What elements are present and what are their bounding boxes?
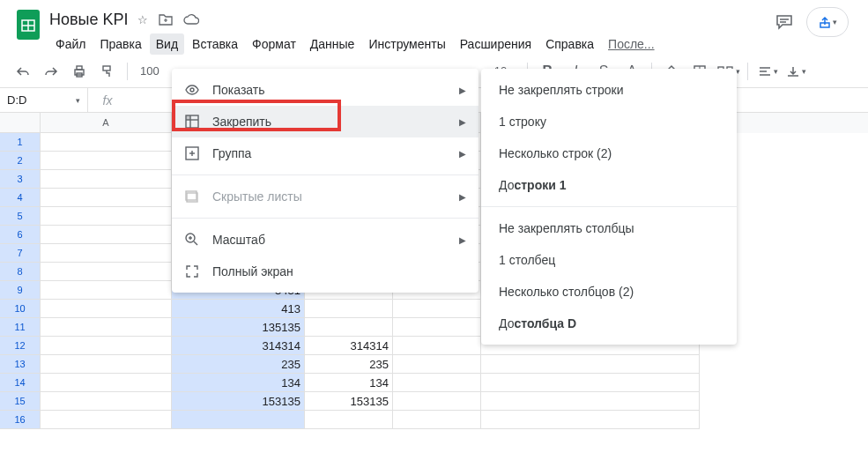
freeze-submenu: Не закреплять строки1 строкуНесколько ст… xyxy=(481,69,737,345)
move-to-folder-icon[interactable] xyxy=(159,13,173,26)
svg-point-21 xyxy=(190,88,194,92)
vertical-align-button[interactable]: ▾ xyxy=(783,59,808,84)
cell-A5[interactable] xyxy=(41,207,172,226)
row-header-13[interactable]: 13 xyxy=(0,355,41,374)
cell-D13[interactable]: 235 xyxy=(172,355,305,374)
cell-H14[interactable] xyxy=(481,374,700,392)
cell-G11[interactable] xyxy=(393,318,481,337)
cell-D15[interactable]: 153135 xyxy=(172,392,305,411)
sheets-logo[interactable] xyxy=(11,7,46,42)
cell-A7[interactable] xyxy=(41,244,172,263)
cell-A1[interactable] xyxy=(41,133,172,152)
cell-F15[interactable]: 153135 xyxy=(305,392,393,411)
menu-item-zoom[interactable]: Масштаб▶ xyxy=(172,224,479,256)
cell-F14[interactable]: 134 xyxy=(305,374,393,392)
row-header-1[interactable]: 1 xyxy=(0,133,41,152)
row-header-2[interactable]: 2 xyxy=(0,152,41,170)
cell-A10[interactable] xyxy=(41,300,172,318)
menu-вставка[interactable]: Вставка xyxy=(186,33,244,55)
cell-G15[interactable] xyxy=(393,392,481,411)
cell-A8[interactable] xyxy=(41,263,172,281)
freeze-option[interactable]: Не закреплять строки xyxy=(481,74,737,106)
cell-G16[interactable] xyxy=(393,411,481,429)
freeze-option[interactable]: Несколько строк (2) xyxy=(481,137,737,169)
row-header-11[interactable]: 11 xyxy=(0,318,41,337)
undo-button[interactable] xyxy=(11,59,35,84)
cell-F11[interactable] xyxy=(305,318,393,337)
menu-item-label: Показать xyxy=(212,83,447,97)
cloud-status-icon[interactable] xyxy=(183,13,199,26)
cell-F12[interactable]: 314314 xyxy=(305,337,393,355)
freeze-option[interactable]: Несколько столбцов (2) xyxy=(481,276,737,308)
cell-D16[interactable] xyxy=(172,411,305,429)
freeze-option[interactable]: 1 строку xyxy=(481,106,737,137)
freeze-option[interactable]: До строки 1 xyxy=(481,169,737,201)
cell-A6[interactable] xyxy=(41,226,172,244)
menu-item-freeze[interactable]: Закрепить▶ xyxy=(172,106,479,137)
menu-данные[interactable]: Данные xyxy=(304,33,361,55)
row-header-12[interactable]: 12 xyxy=(0,337,41,355)
redo-button[interactable] xyxy=(39,59,63,84)
cell-A14[interactable] xyxy=(41,374,172,392)
last-edit-link[interactable]: После... xyxy=(602,33,660,55)
cell-F10[interactable] xyxy=(305,300,393,318)
row-header-14[interactable]: 14 xyxy=(0,374,41,392)
freeze-option[interactable]: 1 столбец xyxy=(481,244,737,276)
comments-icon[interactable] xyxy=(775,12,794,32)
cell-G14[interactable] xyxy=(393,374,481,392)
print-button[interactable] xyxy=(67,59,92,84)
cell-H15[interactable] xyxy=(481,392,700,411)
menu-файл[interactable]: Файл xyxy=(49,33,92,55)
cell-D10[interactable]: 413 xyxy=(172,300,305,318)
select-all-corner[interactable] xyxy=(0,113,41,133)
row-header-7[interactable]: 7 xyxy=(0,244,41,263)
cell-A13[interactable] xyxy=(41,355,172,374)
paint-format-button[interactable] xyxy=(95,59,120,84)
cell-F13[interactable]: 235 xyxy=(305,355,393,374)
row-header-3[interactable]: 3 xyxy=(0,170,41,189)
doc-title[interactable]: Новые KPI xyxy=(49,11,129,29)
cell-G13[interactable] xyxy=(393,355,481,374)
menu-item-fullscreen[interactable]: Полный экран xyxy=(172,256,479,287)
cell-D11[interactable]: 135135 xyxy=(172,318,305,337)
menu-формат[interactable]: Формат xyxy=(246,33,302,55)
cell-A16[interactable] xyxy=(41,411,172,429)
row-header-8[interactable]: 8 xyxy=(0,263,41,281)
cell-A4[interactable] xyxy=(41,189,172,207)
cell-A11[interactable] xyxy=(41,318,172,337)
share-button[interactable]: ▾ xyxy=(806,7,849,37)
cell-A2[interactable] xyxy=(41,152,172,170)
menu-item-group[interactable]: Группа▶ xyxy=(172,137,479,169)
cell-A15[interactable] xyxy=(41,392,172,411)
name-box[interactable]: D:D ▾ xyxy=(0,88,88,112)
cell-F16[interactable] xyxy=(305,411,393,429)
menu-расширения[interactable]: Расширения xyxy=(454,33,538,55)
cell-A3[interactable] xyxy=(41,170,172,189)
column-header-A[interactable]: A xyxy=(41,113,172,133)
cell-D14[interactable]: 134 xyxy=(172,374,305,392)
horizontal-align-button[interactable]: ▾ xyxy=(755,59,780,84)
row-header-4[interactable]: 4 xyxy=(0,189,41,207)
row-header-9[interactable]: 9 xyxy=(0,281,41,300)
row-header-15[interactable]: 15 xyxy=(0,392,41,411)
row-header-10[interactable]: 10 xyxy=(0,300,41,318)
menu-справка[interactable]: Справка xyxy=(539,33,600,55)
menu-вид[interactable]: Вид xyxy=(150,33,184,55)
cell-A9[interactable] xyxy=(41,281,172,300)
menu-item-eye[interactable]: Показать▶ xyxy=(172,74,479,106)
cell-G12[interactable] xyxy=(393,337,481,355)
row-header-6[interactable]: 6 xyxy=(0,226,41,244)
row-header-16[interactable]: 16 xyxy=(0,411,41,429)
star-icon[interactable]: ☆ xyxy=(137,13,148,26)
menu-правка[interactable]: Правка xyxy=(93,33,147,55)
cell-H13[interactable] xyxy=(481,355,700,374)
freeze-option[interactable]: Не закреплять столбцы xyxy=(481,212,737,244)
row-header-5[interactable]: 5 xyxy=(0,207,41,226)
menu-инструменты[interactable]: Инструменты xyxy=(362,33,451,55)
cell-D12[interactable]: 314314 xyxy=(172,337,305,355)
cell-H16[interactable] xyxy=(481,411,700,429)
cell-A12[interactable] xyxy=(41,337,172,355)
freeze-option[interactable]: До столбца D xyxy=(481,308,737,339)
cell-G10[interactable] xyxy=(393,300,481,318)
zoom-value[interactable]: 100 xyxy=(135,64,165,78)
